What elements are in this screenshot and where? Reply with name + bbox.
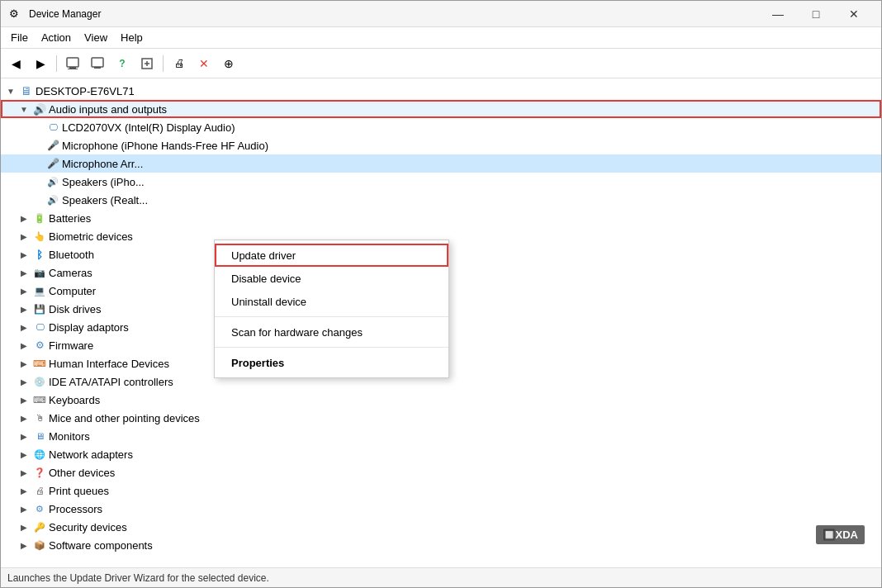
- tree-item-speakers-iphone[interactable]: ▶ 🔊 Speakers (iPho...: [1, 173, 881, 191]
- firmware-icon: ⚙: [33, 339, 46, 352]
- tree-item-mic-array[interactable]: ▶ 🎤 Microphone Arr...: [1, 154, 881, 173]
- monitors-expander[interactable]: ▶: [17, 429, 31, 443]
- keyboards-expander[interactable]: ▶: [17, 393, 31, 406]
- menu-file[interactable]: File: [4, 30, 35, 45]
- toolbar-btn-3[interactable]: [135, 52, 159, 75]
- context-menu-update-driver[interactable]: Update driver: [215, 244, 448, 267]
- disable-label: Disable device: [231, 273, 301, 285]
- software-expander[interactable]: ▶: [17, 538, 31, 552]
- tree-item-audio[interactable]: ▼ 🔊 Audio inputs and outputs: [1, 100, 881, 118]
- context-menu-sep-2: [215, 347, 448, 348]
- toolbar-print[interactable]: 🖨: [168, 52, 191, 75]
- mic-array-expander: ▶: [31, 157, 44, 170]
- minimize-button[interactable]: —: [759, 1, 797, 27]
- print-expander[interactable]: ▶: [17, 484, 31, 497]
- processor-icon: ⚙: [33, 502, 46, 515]
- forward-button[interactable]: ▶: [29, 52, 52, 75]
- bluetooth-icon: ᛒ: [33, 248, 46, 261]
- back-button[interactable]: ◀: [4, 52, 27, 75]
- other-expander[interactable]: ▶: [17, 466, 31, 479]
- mice-label: Mice and other pointing devices: [49, 412, 200, 424]
- lcd-icon: 🖵: [46, 121, 59, 134]
- watermark-text: 🔲XDA: [823, 529, 858, 541]
- window-controls: — □ ✕: [759, 1, 873, 27]
- tree-item-network[interactable]: ▶ 🌐 Network adapters: [1, 445, 881, 463]
- computer-icon: 🖥: [20, 84, 33, 97]
- menu-view[interactable]: View: [78, 30, 114, 45]
- toolbar-btn-1[interactable]: [61, 52, 84, 75]
- root-label: DESKTOP-E76VL71: [36, 85, 135, 97]
- other-icon: ❓: [33, 466, 46, 479]
- speakers-realtek-icon: 🔊: [46, 193, 59, 206]
- tree-item-processors[interactable]: ▶ ⚙ Processors: [1, 500, 881, 518]
- audio-expander[interactable]: ▼: [17, 102, 31, 116]
- toolbar-btn-help[interactable]: ?: [111, 52, 134, 75]
- ide-expander[interactable]: ▶: [17, 375, 31, 388]
- tree-item-speakers-realtek[interactable]: ▶ 🔊 Speakers (Realt...: [1, 191, 881, 209]
- status-text: Launches the Update Driver Wizard for th…: [7, 572, 269, 584]
- keyboards-label: Keyboards: [49, 394, 100, 406]
- tree-item-security[interactable]: ▶ 🔑 Security devices: [1, 518, 881, 536]
- device-manager-window: ⚙ Device Manager — □ ✕ File Action View …: [0, 0, 882, 588]
- uninstall-label: Uninstall device: [231, 296, 306, 308]
- tree-item-print[interactable]: ▶ 🖨 Print queues: [1, 481, 881, 500]
- mice-expander[interactable]: ▶: [17, 411, 31, 424]
- tree-item-monitors[interactable]: ▶ 🖥 Monitors: [1, 427, 881, 445]
- firmware-label: Firmware: [49, 339, 93, 352]
- hid-expander[interactable]: ▶: [17, 357, 31, 370]
- disk-label: Disk drives: [49, 303, 102, 315]
- app-icon: ⚙: [9, 7, 22, 21]
- security-expander[interactable]: ▶: [17, 520, 31, 533]
- root-expander[interactable]: ▼: [4, 84, 17, 97]
- tree-item-software[interactable]: ▶ 📦 Software components: [1, 536, 881, 554]
- tree-item-mice[interactable]: ▶ 🖱 Mice and other pointing devices: [1, 409, 881, 427]
- security-icon: 🔑: [33, 520, 46, 533]
- toolbar-scan[interactable]: ⊕: [217, 52, 240, 75]
- status-bar: Launches the Update Driver Wizard for th…: [1, 567, 881, 587]
- computer-expander[interactable]: ▶: [17, 284, 31, 297]
- close-button[interactable]: ✕: [835, 1, 873, 27]
- context-menu: Update driver Disable device Uninstall d…: [214, 239, 449, 378]
- maximize-button[interactable]: □: [797, 1, 835, 27]
- other-label: Other devices: [49, 467, 115, 479]
- disk-expander[interactable]: ▶: [17, 302, 31, 315]
- context-menu-properties[interactable]: Properties: [215, 351, 448, 374]
- toolbar-delete[interactable]: ✕: [192, 52, 216, 75]
- svg-rect-0: [67, 58, 78, 67]
- speakers-iphone-icon: 🔊: [46, 175, 59, 188]
- network-expander[interactable]: ▶: [17, 448, 31, 461]
- speakers-iphone-expander: ▶: [31, 175, 44, 188]
- context-menu-scan[interactable]: Scan for hardware changes: [215, 320, 448, 344]
- xda-watermark: 🔲XDA: [816, 525, 865, 544]
- monitors-label: Monitors: [49, 430, 90, 443]
- svg-rect-3: [92, 58, 103, 67]
- tree-item-lcd[interactable]: ▶ 🖵 LCD2070VX (Intel(R) Display Audio): [1, 118, 881, 136]
- update-driver-label: Update driver: [231, 249, 296, 262]
- tree-item-batteries[interactable]: ▶ 🔋 Batteries: [1, 209, 881, 227]
- tree-item-keyboards[interactable]: ▶ ⌨ Keyboards: [1, 391, 881, 409]
- biometric-label: Biometric devices: [49, 230, 133, 243]
- tree-root[interactable]: ▼ 🖥 DESKTOP-E76VL71: [1, 82, 881, 100]
- toolbar-separator-2: [163, 55, 164, 72]
- menu-action[interactable]: Action: [35, 30, 78, 45]
- toolbar-btn-2[interactable]: [86, 52, 109, 75]
- tree-item-mic-iphone[interactable]: ▶ 🎤 Microphone (iPhone Hands-Free HF Aud…: [1, 136, 881, 154]
- menu-help[interactable]: Help: [114, 30, 149, 45]
- firmware-expander[interactable]: ▶: [17, 339, 31, 352]
- context-menu-disable[interactable]: Disable device: [215, 267, 448, 290]
- tree-item-other[interactable]: ▶ ❓ Other devices: [1, 463, 881, 481]
- disk-icon: 💾: [33, 302, 46, 315]
- cameras-expander[interactable]: ▶: [17, 266, 31, 279]
- batteries-expander[interactable]: ▶: [17, 211, 31, 225]
- mic-iphone-label: Microphone (iPhone Hands-Free HF Audio): [62, 140, 268, 152]
- context-menu-uninstall[interactable]: Uninstall device: [215, 290, 448, 313]
- processors-expander[interactable]: ▶: [17, 502, 31, 515]
- bluetooth-expander[interactable]: ▶: [17, 248, 31, 261]
- biometric-expander[interactable]: ▶: [17, 230, 31, 243]
- display-expander[interactable]: ▶: [17, 320, 31, 334]
- properties-label: Properties: [231, 357, 284, 369]
- menu-bar: File Action View Help: [1, 27, 881, 49]
- batteries-label: Batteries: [49, 212, 91, 225]
- title-bar: ⚙ Device Manager — □ ✕: [1, 1, 881, 27]
- print-label: Print queues: [49, 485, 109, 497]
